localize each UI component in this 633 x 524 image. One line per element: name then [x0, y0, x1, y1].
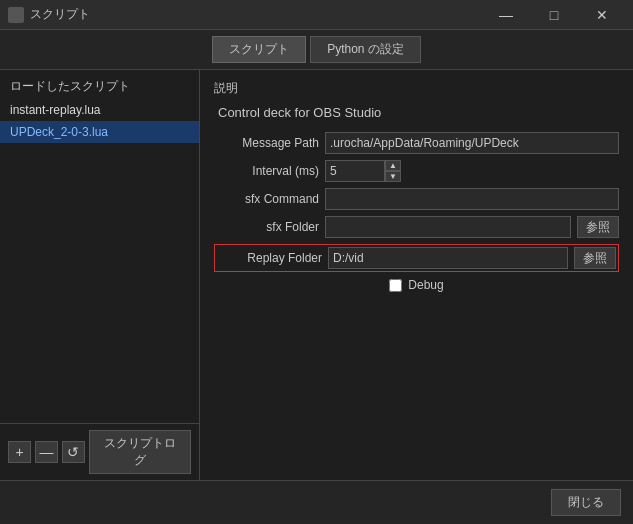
sfx-command-input[interactable]	[325, 188, 619, 210]
debug-label: Debug	[408, 278, 443, 292]
script-log-button[interactable]: スクリプトログ	[89, 430, 191, 474]
window-controls: — □ ✕	[483, 0, 625, 30]
title-bar: スクリプト — □ ✕	[0, 0, 633, 30]
message-path-label: Message Path	[214, 136, 319, 150]
replay-folder-input[interactable]	[328, 247, 568, 269]
message-path-input[interactable]	[325, 132, 619, 154]
replay-folder-browse-button[interactable]: 参照	[574, 247, 616, 269]
list-item[interactable]: instant-replay.lua	[0, 99, 199, 121]
sfx-command-row: sfx Command	[214, 188, 619, 210]
interval-spinbox: ▲ ▼	[325, 160, 401, 182]
sfx-folder-browse-button[interactable]: 参照	[577, 216, 619, 238]
tab-bar: スクリプト Python の設定	[0, 30, 633, 70]
tab-scripts[interactable]: スクリプト	[212, 36, 306, 63]
sfx-command-label: sfx Command	[214, 192, 319, 206]
close-window-button[interactable]: ✕	[579, 0, 625, 30]
close-button[interactable]: 閉じる	[551, 489, 621, 516]
footer: 閉じる	[0, 480, 633, 524]
interval-label: Interval (ms)	[214, 164, 319, 178]
script-list: instant-replay.lua UPDeck_2-0-3.lua	[0, 99, 199, 423]
app-icon	[8, 7, 24, 23]
minimize-button[interactable]: —	[483, 0, 529, 30]
sfx-folder-input[interactable]	[325, 216, 571, 238]
body-area: ロードしたスクリプト instant-replay.lua UPDeck_2-0…	[0, 70, 633, 480]
tab-python[interactable]: Python の設定	[310, 36, 421, 63]
add-script-button[interactable]: +	[8, 441, 31, 463]
script-list-header: ロードしたスクリプト	[0, 70, 199, 99]
main-content: スクリプト Python の設定 ロードしたスクリプト instant-repl…	[0, 30, 633, 524]
debug-checkbox[interactable]	[389, 279, 402, 292]
window-title: スクリプト	[30, 6, 483, 23]
replay-folder-label: Replay Folder	[217, 251, 322, 265]
spin-buttons: ▲ ▼	[385, 160, 401, 182]
replay-folder-row: Replay Folder 参照	[214, 244, 619, 272]
description-text: Control deck for OBS Studio	[214, 105, 619, 120]
debug-row: Debug	[214, 278, 619, 292]
spin-down-button[interactable]: ▼	[385, 171, 401, 182]
interval-input[interactable]	[325, 160, 385, 182]
sfx-folder-label: sfx Folder	[214, 220, 319, 234]
left-panel: ロードしたスクリプト instant-replay.lua UPDeck_2-0…	[0, 70, 200, 480]
section-title: 説明	[214, 80, 619, 97]
right-panel: 説明 Control deck for OBS Studio Message P…	[200, 70, 633, 480]
spin-up-button[interactable]: ▲	[385, 160, 401, 171]
interval-row: Interval (ms) ▲ ▼	[214, 160, 619, 182]
remove-script-button[interactable]: —	[35, 441, 58, 463]
left-toolbar: + — ↺ スクリプトログ	[0, 423, 199, 480]
maximize-button[interactable]: □	[531, 0, 577, 30]
sfx-folder-row: sfx Folder 参照	[214, 216, 619, 238]
message-path-row: Message Path	[214, 132, 619, 154]
refresh-script-button[interactable]: ↺	[62, 441, 85, 463]
list-item[interactable]: UPDeck_2-0-3.lua	[0, 121, 199, 143]
